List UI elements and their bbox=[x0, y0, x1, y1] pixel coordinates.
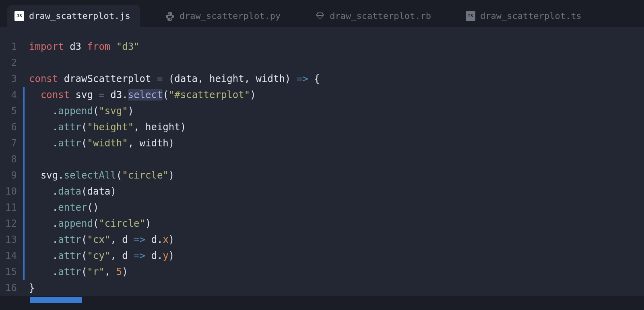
code-content: const svg = d3.select("#scatterplot") bbox=[29, 87, 256, 103]
horizontal-scrollbar-thumb[interactable] bbox=[30, 297, 82, 303]
indent-guide bbox=[23, 248, 25, 264]
indent-guide bbox=[23, 199, 25, 216]
indent-guide bbox=[23, 232, 25, 248]
code-line[interactable]: 13 .attr("cx", d => d.x) bbox=[0, 232, 644, 248]
line-number: 8 bbox=[0, 151, 23, 167]
tab-py[interactable]: draw_scatterplot.py bbox=[158, 5, 291, 27]
line-number: 14 bbox=[0, 248, 23, 264]
line-number: 7 bbox=[0, 135, 23, 151]
ruby-file-icon bbox=[315, 11, 325, 21]
code-line[interactable]: 8 bbox=[0, 151, 644, 167]
code-content: .attr("cy", d => d.y) bbox=[29, 248, 174, 264]
indent-guide bbox=[23, 216, 25, 232]
line-number: 9 bbox=[0, 167, 23, 183]
code-line[interactable]: 6 .attr("height", height) bbox=[0, 119, 644, 135]
line-number: 5 bbox=[0, 103, 23, 119]
code-content: import d3 from "d3" bbox=[29, 39, 140, 55]
indent-guide bbox=[23, 183, 25, 199]
tab-label: draw_scatterplot.rb bbox=[330, 11, 431, 21]
code-line[interactable]: 10 .data(data) bbox=[0, 183, 644, 199]
python-file-icon bbox=[165, 11, 175, 21]
indent-guide bbox=[23, 167, 25, 183]
tab-js[interactable]: JS draw_scatterplot.js bbox=[7, 5, 140, 27]
line-number: 13 bbox=[0, 232, 23, 248]
ts-file-icon: TS bbox=[466, 11, 475, 21]
line-number: 15 bbox=[0, 264, 23, 280]
line-number: 2 bbox=[0, 55, 23, 71]
code-line[interactable]: 12 .append("circle") bbox=[0, 216, 644, 232]
code-line[interactable]: 4 const svg = d3.select("#scatterplot") bbox=[0, 87, 644, 103]
code-content: .data(data) bbox=[29, 183, 116, 199]
line-number: 3 bbox=[0, 71, 23, 87]
code-content: .attr("width", width) bbox=[29, 135, 174, 151]
code-line[interactable]: 1import d3 from "d3" bbox=[0, 39, 644, 55]
line-number: 4 bbox=[0, 87, 23, 103]
code-content: .attr("r", 5) bbox=[29, 264, 128, 280]
code-line[interactable]: 3const drawScatterplot = (data, height, … bbox=[0, 71, 644, 87]
code-line[interactable]: 2 bbox=[0, 55, 644, 71]
line-number: 10 bbox=[0, 183, 23, 199]
indent-guide bbox=[23, 103, 25, 119]
code-line[interactable]: 14 .attr("cy", d => d.y) bbox=[0, 248, 644, 264]
code-content: .append("svg") bbox=[29, 103, 134, 119]
line-number: 12 bbox=[0, 216, 23, 232]
js-file-icon: JS bbox=[14, 11, 24, 21]
tab-label: draw_scatterplot.py bbox=[180, 11, 281, 21]
indent-guide bbox=[23, 135, 25, 151]
code-content: .attr("height", height) bbox=[29, 119, 186, 135]
code-line[interactable]: 16} bbox=[0, 280, 644, 296]
tab-label: draw_scatterplot.js bbox=[29, 11, 130, 21]
tab-ts[interactable]: TS draw_scatterplot.ts bbox=[458, 5, 591, 27]
code-line[interactable]: 11 .enter() bbox=[0, 199, 644, 216]
code-content: .enter() bbox=[29, 199, 99, 216]
code-content: svg.selectAll("circle") bbox=[29, 167, 174, 183]
code-content: } bbox=[29, 280, 35, 296]
indent-guide bbox=[23, 87, 25, 103]
code-content: const drawScatterplot = (data, height, w… bbox=[29, 71, 320, 87]
code-line[interactable]: 5 .append("svg") bbox=[0, 103, 644, 119]
line-number: 16 bbox=[0, 280, 23, 296]
code-line[interactable]: 15 .attr("r", 5) bbox=[0, 264, 644, 280]
line-number: 6 bbox=[0, 119, 23, 135]
code-line[interactable]: 9 svg.selectAll("circle") bbox=[0, 167, 644, 183]
tab-rb[interactable]: draw_scatterplot.rb bbox=[308, 5, 441, 27]
indent-guide bbox=[23, 151, 25, 167]
indent-guide bbox=[23, 119, 25, 135]
tab-label: draw_scatterplot.ts bbox=[480, 11, 582, 21]
code-line[interactable]: 7 .attr("width", width) bbox=[0, 135, 644, 151]
line-number: 1 bbox=[0, 39, 23, 55]
tab-bar: JS draw_scatterplot.js draw_scatterplot.… bbox=[0, 0, 644, 27]
code-content: .attr("cx", d => d.x) bbox=[29, 232, 174, 248]
code-editor[interactable]: 1import d3 from "d3"23const drawScatterp… bbox=[0, 27, 644, 296]
code-content: .append("circle") bbox=[29, 216, 151, 232]
indent-guide bbox=[23, 264, 25, 280]
line-number: 11 bbox=[0, 199, 23, 216]
